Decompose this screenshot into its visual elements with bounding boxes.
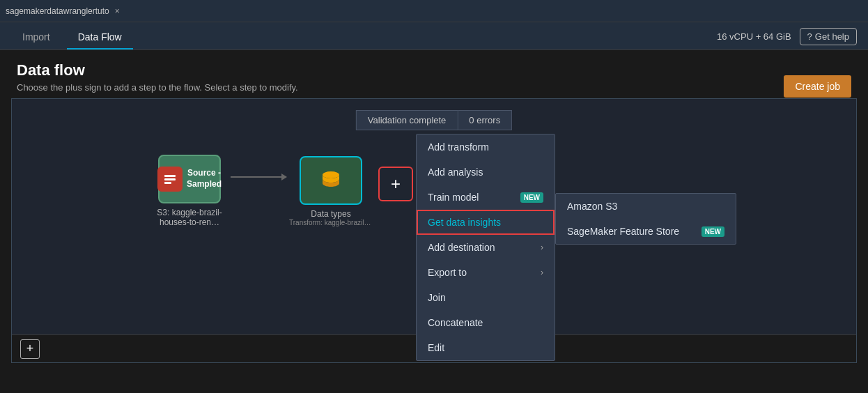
sagemaker-feature-store-label: SageMaker Feature Store [567, 226, 679, 237]
source-node-box[interactable]: Source -Sampled [158, 155, 221, 203]
train-model-label: Train model [428, 192, 479, 203]
menu-add-transform[interactable]: Add transform [417, 134, 555, 160]
close-icon[interactable]: × [115, 6, 120, 16]
help-button[interactable]: ? Get help [800, 28, 857, 45]
help-icon: ? [807, 31, 812, 42]
sagemaker-feature-store-badge: NEW [702, 226, 724, 237]
tab-data-flow[interactable]: Data Flow [67, 26, 133, 49]
data-types-node-box[interactable] [300, 156, 362, 205]
plus-icon: + [391, 174, 401, 194]
add-destination-label: Add destination [428, 242, 495, 253]
menu-join[interactable]: Join [417, 285, 555, 310]
svg-rect-0 [164, 175, 176, 177]
data-types-node[interactable]: Data types Transform: kaggle-brazil-hous… [289, 156, 373, 226]
validation-status: Validation complete [356, 110, 458, 130]
get-data-insights-label: Get data insights [428, 217, 501, 228]
data-types-label: Data types [311, 209, 350, 219]
submenu-sagemaker-feature-store[interactable]: SageMaker Feature Store NEW [556, 219, 736, 244]
menu-concatenate[interactable]: Concatenate [417, 310, 555, 335]
edit-label: Edit [428, 342, 444, 353]
svg-rect-1 [164, 178, 176, 180]
database-icon [318, 168, 343, 193]
add-import-button[interactable]: + [20, 339, 40, 359]
add-step-button[interactable]: + [378, 167, 413, 201]
menu-add-destination[interactable]: Add destination › [417, 235, 555, 260]
app-title: sagemakerdatawranglertuto [6, 6, 109, 16]
context-menu: Add transform Add analysis Train model N… [416, 134, 555, 361]
svg-point-3 [323, 171, 339, 178]
concatenate-label: Concatenate [428, 317, 483, 328]
page-header: Data flow Choose the plus sign to add a … [0, 50, 868, 98]
add-transform-label: Add transform [428, 141, 489, 153]
menu-add-analysis[interactable]: Add analysis [417, 160, 555, 185]
add-import-icon: + [26, 341, 34, 356]
source-label: Source -Sampled [187, 168, 222, 190]
validation-errors: 0 errors [458, 110, 512, 130]
submenu-amazon-s3[interactable]: Amazon S3 [556, 194, 736, 219]
train-model-badge: NEW [520, 192, 543, 203]
menu-get-data-insights[interactable]: Get data insights [417, 210, 555, 235]
menu-edit[interactable]: Edit [417, 335, 555, 360]
export-to-chevron: › [541, 268, 543, 277]
export-to-label: Export to [428, 267, 467, 278]
page-title: Data flow [17, 61, 851, 79]
create-job-button[interactable]: Create job [784, 75, 851, 98]
title-bar: sagemakerdatawranglertuto × [0, 0, 868, 22]
source-sublabel: S3: kaggle-brazil-houses-to-ren… [151, 208, 228, 227]
svg-rect-2 [164, 182, 171, 184]
menu-export-to[interactable]: Export to › [417, 260, 555, 285]
resource-info: 16 vCPU + 64 GiB [717, 31, 791, 42]
export-submenu: Amazon S3 SageMaker Feature Store NEW [555, 193, 736, 245]
tab-bar: Import Data Flow 16 vCPU + 64 GiB ? Get … [0, 22, 868, 50]
add-destination-chevron: › [541, 242, 543, 252]
add-analysis-label: Add analysis [428, 167, 483, 178]
data-types-sublabel: Transform: kaggle-brazil-houses… [289, 219, 373, 226]
amazon-s3-label: Amazon S3 [567, 201, 617, 212]
page-subtitle: Choose the plus sign to add a step to th… [17, 82, 851, 93]
tab-import[interactable]: Import [11, 26, 61, 49]
menu-train-model[interactable]: Train model NEW [417, 185, 555, 210]
join-label: Join [428, 292, 446, 303]
canvas-area: Validation complete 0 errors Source -Sam… [11, 98, 857, 363]
source-node[interactable]: Source -Sampled S3: kaggle-brazil-houses… [151, 155, 228, 227]
help-label: Get help [815, 31, 849, 42]
validation-bar: Validation complete 0 errors [356, 110, 512, 130]
source-icon [157, 167, 183, 192]
